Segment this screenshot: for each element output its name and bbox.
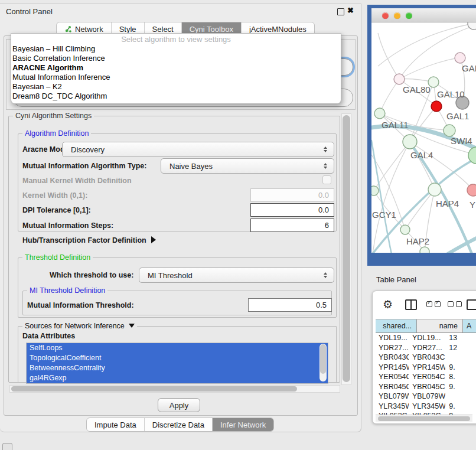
network-node-gal4[interactable]	[403, 135, 417, 149]
network-node-swi4[interactable]	[444, 125, 455, 136]
dropdown-item[interactable]: Mutual Information Inference	[11, 73, 341, 82]
node-label: HAP4	[436, 198, 459, 208]
mi-threshold-group-title: MI Threshold Definition	[27, 286, 107, 295]
tab-infer-network[interactable]: Infer Network	[213, 418, 273, 431]
dropdown-item[interactable]: Bayesian – Hill Climbing	[11, 44, 341, 54]
mi-threshold-label: Mutual Information Threshold:	[27, 301, 134, 309]
spinner-arrows-icon	[324, 272, 327, 278]
table-cell: 12	[445, 343, 476, 353]
network-node[interactable]	[468, 22, 476, 30]
aracne-mode-combobox[interactable]: Discovery	[62, 142, 334, 157]
checked-checkbox-icon[interactable]: ✓	[426, 301, 432, 307]
split-columns-icon[interactable]	[405, 299, 417, 310]
mi-threshold-field[interactable]: 0.5	[248, 298, 332, 312]
minimize-traffic-light-icon[interactable]	[394, 12, 400, 19]
table-row[interactable]: YLR345WYLR345W9.	[376, 402, 476, 412]
table-row[interactable]: YBR045CYBR045C9.	[376, 382, 476, 392]
network-window-titlebar[interactable]	[371, 8, 476, 22]
settings-vertical-scrollbar[interactable]	[341, 113, 351, 385]
network-node-gal1[interactable]	[431, 101, 442, 112]
column-header-shared[interactable]: shared...	[376, 319, 417, 332]
data-attributes-list[interactable]: SelfLoops TopologicalCoefficient Between…	[26, 343, 328, 384]
network-node-gal11[interactable]	[374, 108, 385, 119]
algorithm-definition-title: Algorithm Definition	[22, 129, 91, 138]
float-window-icon[interactable]	[337, 8, 344, 15]
settings-horizontal-scrollbar[interactable]	[9, 385, 340, 393]
which-threshold-combobox[interactable]: MI Threshold	[139, 268, 334, 283]
column-header-name[interactable]: name	[417, 319, 463, 332]
table-cell: 13	[445, 333, 476, 343]
unchecked-checkbox-icon[interactable]	[448, 301, 454, 307]
table-cell: YPR145W	[376, 363, 409, 373]
minimized-panel-icon[interactable]	[2, 443, 12, 450]
list-item[interactable]: gal4RGexp	[27, 373, 328, 383]
table-cell: YBL079W	[376, 392, 409, 402]
node-label: GAL1	[446, 111, 469, 121]
export-table-icon[interactable]	[467, 299, 476, 310]
spinner-arrows-icon	[324, 163, 327, 169]
collapse-down-icon	[129, 324, 135, 328]
manual-kernel-checkbox[interactable]	[322, 175, 331, 184]
network-node-y[interactable]	[467, 184, 476, 196]
list-item[interactable]: TopologicalCoefficient	[27, 353, 328, 363]
checked-checkbox-icon[interactable]: ✓	[435, 301, 441, 307]
network-node[interactable]	[420, 247, 429, 253]
apply-button[interactable]: Apply	[158, 398, 200, 412]
threshold-definition-title: Threshold Definition	[22, 253, 93, 262]
table-row[interactable]: YDR27...YDR27...12	[376, 343, 476, 353]
table-row[interactable]: YPR145WYPR145W9.	[376, 363, 476, 373]
mi-type-combobox[interactable]: Naive Bayes	[161, 158, 334, 174]
network-node-gal80[interactable]	[394, 74, 405, 84]
table-cell: YDL19...	[376, 333, 409, 343]
node-label: GCY1	[372, 210, 396, 220]
table-row[interactable]: YBL079WYBL079W	[376, 392, 476, 402]
network-canvas[interactable]: GALGAL80GAL10GAL1GAL11SWI4GAL4GCY1HAP4YH…	[371, 22, 476, 253]
list-item-partial[interactable]	[27, 383, 328, 384]
table-cell: 8.	[445, 372, 476, 382]
node-label: GAL	[462, 63, 476, 73]
network-node-gcy1[interactable]	[371, 186, 379, 195]
which-threshold-label: Which threshold to use:	[50, 271, 133, 279]
table-cell: YPR145W	[409, 363, 445, 373]
table-row[interactable]: YBR043CYBR043C	[376, 353, 476, 363]
column-header-a[interactable]: A	[463, 319, 476, 332]
dropdown-item[interactable]: Dream8 DC_TDC Algorithm	[11, 92, 341, 101]
network-graph: GALGAL80GAL10GAL1GAL11SWI4GAL4GCY1HAP4YH…	[371, 22, 476, 253]
gear-icon[interactable]: ⚙	[383, 298, 393, 311]
table-horizontal-scrollbar[interactable]	[376, 415, 472, 422]
unchecked-checkbox-icon[interactable]	[456, 301, 462, 307]
node-label: GAL4	[410, 150, 433, 160]
close-traffic-light-icon[interactable]	[382, 12, 389, 19]
zoom-traffic-light-icon[interactable]	[406, 12, 412, 19]
dpi-tolerance-field[interactable]: 0.0	[250, 203, 334, 217]
network-node-hap2[interactable]	[400, 225, 410, 234]
network-node-hap4[interactable]	[428, 183, 441, 196]
table-body[interactable]: YDL19...YDL19...13YDR27...YDR27...12YBR0…	[376, 333, 476, 415]
table-cell: 9.	[445, 402, 476, 412]
tab-discretize-data[interactable]: Discretize Data	[145, 418, 213, 431]
node-label: GAL11	[382, 120, 409, 130]
attributes-scrollbar[interactable]	[319, 344, 327, 381]
table-cell: YBR043C	[376, 353, 409, 363]
dropdown-item[interactable]: Basic Correlation Inference	[11, 54, 341, 63]
list-item[interactable]: SelfLoops	[27, 343, 328, 353]
sources-group-title[interactable]: Sources for Network Inference	[22, 322, 137, 330]
table-cell: YBR043C	[409, 353, 445, 363]
table-row[interactable]: YER054CYER054C8.	[376, 372, 476, 382]
node-label: GAL80	[403, 84, 431, 94]
table-cell: YDL19...	[409, 333, 445, 343]
table-header: shared... name A	[376, 319, 476, 333]
table-cell: YER054C	[376, 372, 409, 382]
tab-impute-data[interactable]: Impute Data	[87, 418, 145, 431]
dropdown-item[interactable]: Bayesian – K2	[11, 82, 341, 92]
mi-steps-field[interactable]: 6	[250, 219, 334, 232]
hub-definition-toggle[interactable]: Hub/Transcription Factor Definition	[22, 236, 156, 244]
close-icon[interactable]: ✖	[347, 6, 354, 15]
network-node-gal[interactable]	[455, 53, 465, 63]
dropdown-item-aracne[interactable]: ARACNE Algorithm	[11, 63, 341, 73]
table-row[interactable]: YDL19...YDL19...13	[376, 333, 476, 343]
list-item[interactable]: BetweennessCentrality	[27, 363, 328, 373]
kernel-width-field[interactable]: 0.0	[250, 188, 334, 202]
mi-steps-label: Mutual Information Steps:	[22, 221, 113, 230]
expand-right-icon	[151, 236, 156, 243]
